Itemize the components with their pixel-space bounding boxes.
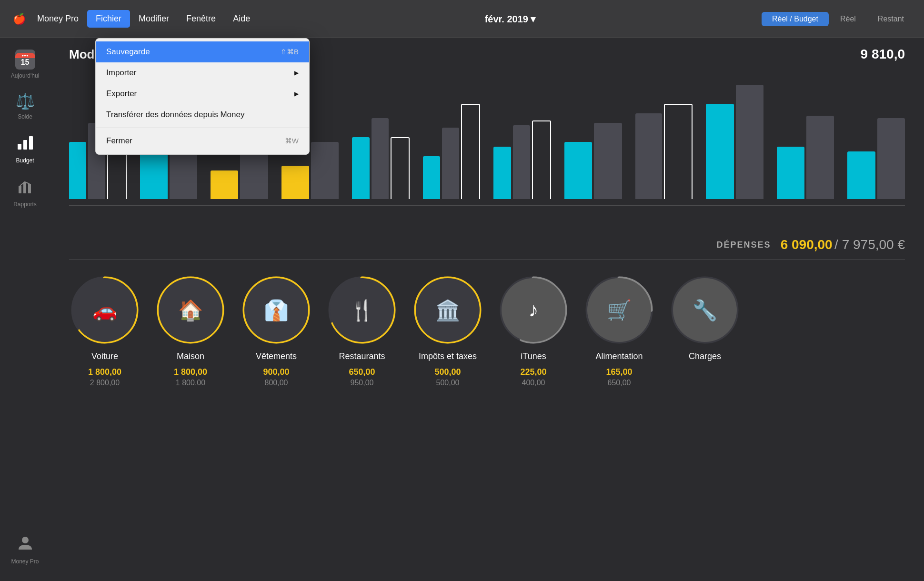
svg-rect-2 [29,136,33,150]
menu-app-name[interactable]: Money Pro [29,10,87,28]
dropdown-importer-label: Importer [106,68,136,78]
category-name: Maison [177,351,204,361]
expenses-budget: 7 975,00 € [842,237,905,252]
bar-group [777,116,834,199]
bar-dark [442,128,459,199]
sidebar-label-aujourd-hui: Aujourd'hui [11,72,40,79]
circle-container: 🏠 [155,274,226,346]
view-restant[interactable]: Restant [867,12,914,26]
dropdown-transferer-label: Transférer des données depuis Money [106,110,244,120]
category-values: 165,00 650,00 [606,367,632,387]
sidebar-label-money-pro: Money Pro [11,558,39,565]
category-values: 1 800,00 2 800,00 [88,367,121,387]
category-budget: 650,00 [608,379,631,387]
dropdown-importer-arrow: ▶ [294,70,299,76]
categories-grid: 🚗 Voiture 1 800,00 2 800,00 🏠 Maison 1 8… [50,260,924,401]
solde-icon: ⚖️ [16,92,35,110]
menu-fenetre[interactable]: Fenêtre [178,10,224,28]
bar-cyan [69,142,86,199]
dropdown-menu: Sauvegarde ⇧⌘B Importer ▶ Exporter ▶ Tra… [95,38,310,155]
bar-dark [806,116,834,199]
circle-container: 👔 [241,274,312,346]
menu-aide[interactable]: Aide [224,10,259,28]
bar-dark [311,142,339,199]
bar-group [706,85,763,199]
category-item[interactable]: ♪ iTunes 225,00 400,00 [498,274,569,387]
sidebar-label-solde: Solde [18,113,32,120]
category-actual: 900,00 [263,367,289,377]
expenses-actual: 6 090,00 [781,237,833,252]
category-actual: 1 800,00 [174,367,207,377]
bar-outline [391,137,410,199]
sidebar-item-aujourd-hui[interactable]: ●●● 15 Aujourd'hui [0,43,50,86]
dropdown-fermer[interactable]: Fermer ⌘W [96,130,309,151]
bar-yellow [281,166,309,199]
category-actual: 500,00 [434,367,461,377]
bar-yellow [211,170,238,199]
bar-dark [736,85,763,199]
dropdown-fermer-shortcut: ⌘W [285,137,299,145]
menu-fichier[interactable]: Fichier [87,10,130,28]
category-item[interactable]: 👔 Vêtements 900,00 800,00 [241,274,312,387]
circle-icon: 🛒 [587,278,651,342]
category-name: Impôts et taxes [419,351,477,361]
category-name: Charges [689,351,721,361]
category-item[interactable]: 🛒 Alimentation 165,00 650,00 [583,274,655,387]
bar-group [423,104,481,199]
bar-cyan [847,151,875,199]
bar-dark [240,151,268,199]
category-name: Restaurants [339,351,385,361]
category-item[interactable]: 🍴 Restaurants 650,00 950,00 [326,274,398,387]
circle-container: 🚗 [69,274,141,346]
menu-modifier[interactable]: Modifier [130,10,178,28]
circle-icon: 🍴 [330,278,394,342]
rapports-icon [17,177,34,198]
category-name: Alimentation [595,351,643,361]
dropdown-transferer[interactable]: Transférer des données depuis Money [96,104,309,125]
sidebar-item-solde[interactable]: ⚖️ Solde [0,86,50,127]
month-selector[interactable]: févr. 2019 ▾ [485,13,536,25]
category-budget: 800,00 [265,379,288,387]
bar-dark [372,118,389,199]
circle-icon: 👔 [244,278,308,342]
dropdown-exporter[interactable]: Exporter ▶ [96,83,309,104]
view-reel-budget[interactable]: Réel / Budget [762,12,829,26]
svg-rect-5 [28,184,31,193]
dropdown-fermer-label: Fermer [106,136,132,146]
category-actual: 1 800,00 [88,367,121,377]
category-budget: 400,00 [522,379,545,387]
dropdown-exporter-label: Exporter [106,89,137,99]
dropdown-sauvegarde-label: Sauvegarde [106,47,150,57]
svg-rect-4 [23,182,26,193]
sidebar-label-budget: Budget [16,157,34,164]
category-item[interactable]: 🏛️ Impôts et taxes 500,00 500,00 [412,274,483,387]
view-reel[interactable]: Réel [830,12,866,26]
category-item[interactable]: 🏠 Maison 1 800,00 1 800,00 [155,274,226,387]
circle-container: 🍴 [326,274,398,346]
circle-icon: ♪ [502,278,565,342]
sidebar-item-budget[interactable]: Budget [0,127,50,170]
menu-bar: Money Pro Fichier Modifier Fenêtre Aide [29,10,259,28]
dropdown-sauvegarde[interactable]: Sauvegarde ⇧⌘B [96,41,309,62]
apple-menu[interactable]: 🍎 [10,10,29,29]
category-item[interactable]: 🚗 Voiture 1 800,00 2 800,00 [69,274,141,387]
expenses-label: DÉPENSES [717,240,771,250]
svg-rect-3 [19,186,21,193]
dropdown-importer[interactable]: Importer ▶ [96,62,309,83]
bar-cyan [140,151,168,199]
sidebar-item-money-pro[interactable]: Money Pro [0,528,50,571]
category-name: Voiture [91,351,118,361]
expenses-value: 6 090,00 / 7 975,00 € [781,237,905,252]
sidebar-item-rapports[interactable]: Rapports [0,170,50,214]
sidebar: ●●● 15 Aujourd'hui ⚖️ Solde Budget Rappo [0,38,50,581]
category-name: Vêtements [256,351,297,361]
category-budget: 2 800,00 [90,379,120,387]
bar-dark [877,118,905,199]
bar-group [493,120,551,199]
bar-cyan [352,137,369,199]
sidebar-label-rapports: Rapports [13,201,37,208]
bar-cyan [777,147,804,199]
svg-rect-0 [18,144,21,150]
circle-icon: 🚗 [73,278,137,342]
category-item[interactable]: 🔧 Charges [669,274,741,387]
